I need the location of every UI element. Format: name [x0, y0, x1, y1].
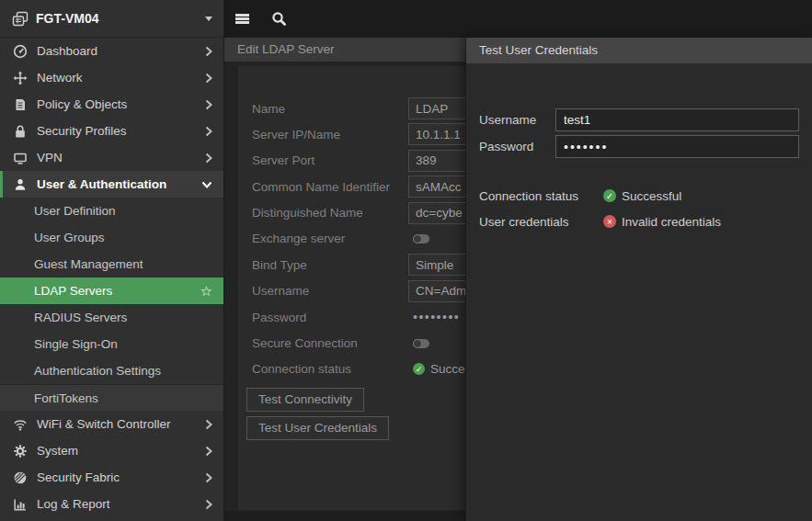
sidebar-item-user-authentication[interactable]: User & Authentication — [0, 171, 223, 198]
connection-status-value: Successful — [622, 189, 681, 203]
monitor-icon — [12, 151, 29, 165]
sidebar-item-log-report[interactable]: Log & Report — [0, 491, 223, 517]
sidebar-item-user-groups[interactable]: User Groups — [0, 224, 223, 251]
device-name: FGT-VM04 — [36, 11, 205, 26]
sidebar-item-user-definition[interactable]: User Definition — [0, 198, 223, 224]
network-icon — [12, 71, 29, 85]
user-credentials-value: Invalid credentials — [622, 215, 721, 229]
chevron-right-icon — [205, 46, 212, 57]
sidebar-item-security-fabric[interactable]: Security Fabric — [0, 464, 223, 491]
sidebar: FGT-VM04 Dashboard Network Policy & Obje… — [0, 0, 223, 521]
chevron-right-icon — [205, 99, 212, 110]
sidebar-item-ldap-servers[interactable]: LDAP Servers ☆ — [0, 277, 223, 304]
fabric-icon — [12, 470, 29, 485]
bind-password-masked[interactable]: •••••••• — [413, 310, 460, 324]
sidebar-item-security-profiles[interactable]: Security Profiles — [0, 118, 223, 144]
sidebar-item-network[interactable]: Network — [0, 64, 223, 91]
document-icon — [12, 97, 29, 112]
sidebar-item-dashboard[interactable]: Dashboard — [0, 38, 223, 64]
topbar — [223, 0, 812, 38]
sidebar-item-vpn[interactable]: VPN — [0, 144, 223, 171]
chevron-right-icon — [205, 73, 212, 84]
vm-stack-icon — [12, 11, 29, 27]
exchange-server-toggle[interactable] — [413, 234, 429, 244]
device-selector[interactable]: FGT-VM04 — [0, 0, 223, 38]
caret-down-icon — [205, 17, 212, 21]
dashboard-icon — [12, 44, 29, 59]
favorite-star-icon[interactable]: ☆ — [200, 284, 212, 298]
chevron-right-icon — [205, 419, 212, 430]
sidebar-item-single-sign-on[interactable]: Single Sign-On — [0, 331, 223, 357]
sidebar-item-guest-management[interactable]: Guest Management — [0, 251, 223, 277]
test-user-credentials-panel: Test User Credentials Username Password … — [465, 38, 812, 521]
gear-icon — [12, 444, 29, 459]
bar-chart-icon — [12, 497, 29, 512]
panel-connection-status-row: Connection status ✓ Successful — [479, 187, 799, 204]
menu-toggle-icon[interactable] — [235, 13, 249, 25]
test-password-input[interactable] — [555, 135, 799, 158]
panel-title: Test User Credentials — [466, 38, 812, 63]
success-check-icon: ✓ — [603, 189, 616, 202]
sidebar-item-authentication-settings[interactable]: Authentication Settings — [0, 357, 223, 384]
sidebar-item-radius-servers[interactable]: RADIUS Servers — [0, 304, 223, 331]
chevron-right-icon — [205, 446, 212, 457]
test-user-credentials-button[interactable]: Test User Credentials — [246, 416, 389, 440]
error-cross-icon: × — [603, 215, 616, 228]
panel-user-credentials-row: User credentials × Invalid credentials — [479, 213, 799, 230]
panel-field-username: Username — [479, 108, 799, 131]
chevron-right-icon — [205, 153, 212, 164]
panel-field-password: Password — [479, 135, 799, 158]
search-icon[interactable] — [271, 11, 287, 27]
lock-icon — [12, 124, 29, 139]
user-icon — [12, 177, 29, 192]
chevron-down-icon — [201, 181, 212, 188]
sidebar-item-fortitokens[interactable]: FortiTokens — [0, 384, 223, 411]
secure-connection-toggle[interactable] — [413, 339, 429, 348]
chevron-right-icon — [205, 499, 212, 510]
test-username-input[interactable] — [555, 108, 799, 131]
wifi-icon — [12, 417, 29, 432]
sidebar-item-policy-objects[interactable]: Policy & Objects — [0, 91, 223, 118]
sidebar-item-wifi-switch-controller[interactable]: WiFi & Switch Controller — [0, 411, 223, 437]
chevron-right-icon — [205, 126, 212, 137]
sidebar-item-system[interactable]: System — [0, 437, 223, 464]
success-check-icon: ✓ — [413, 363, 425, 375]
chevron-right-icon — [205, 472, 212, 483]
test-connectivity-button[interactable]: Test Connectivity — [246, 388, 364, 412]
